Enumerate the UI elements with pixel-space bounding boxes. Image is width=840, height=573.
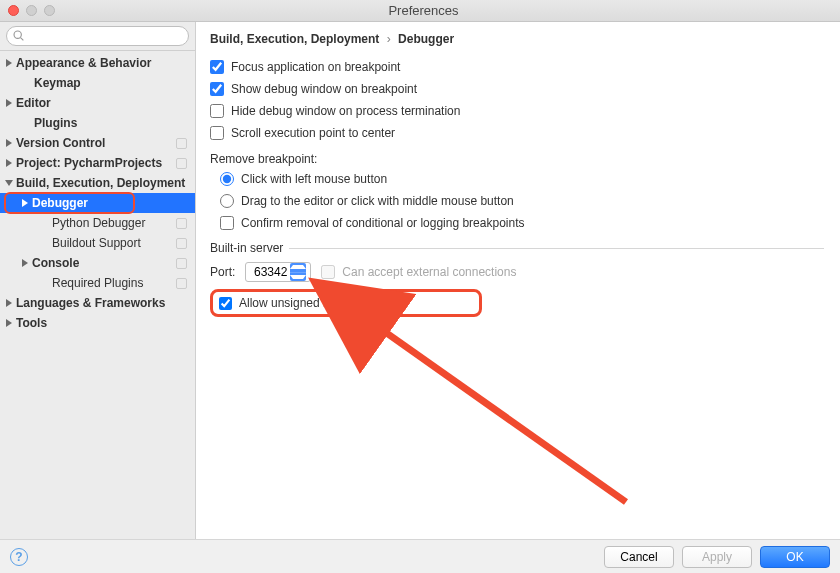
settings-tree: Appearance & BehaviorKeymapEditorPlugins… bbox=[0, 51, 195, 539]
sidebar-item-python-debugger[interactable]: Python Debugger bbox=[0, 213, 195, 233]
modified-icon bbox=[176, 158, 187, 169]
disclosure-triangle-icon[interactable] bbox=[6, 59, 12, 67]
accept-connections-label: Can accept external connections bbox=[342, 265, 516, 279]
sidebar-item-label: Required Plugins bbox=[52, 276, 172, 290]
accept-connections-row[interactable]: Can accept external connections bbox=[321, 261, 516, 283]
cancel-button[interactable]: Cancel bbox=[604, 546, 674, 568]
remove-drag-label: Drag to the editor or click with middle … bbox=[241, 194, 514, 208]
scroll-label: Scroll execution point to center bbox=[231, 126, 395, 140]
remove-drag-radio[interactable] bbox=[220, 194, 234, 208]
footer: ? Cancel Apply OK bbox=[0, 539, 840, 573]
modified-icon bbox=[176, 258, 187, 269]
allow-unsigned-label: Allow unsigned requests bbox=[239, 296, 369, 310]
chevron-right-icon: › bbox=[383, 32, 395, 46]
show-label: Show debug window on breakpoint bbox=[231, 82, 417, 96]
search-bar bbox=[0, 22, 195, 51]
sidebar-item-label: Project: PycharmProjects bbox=[16, 156, 172, 170]
content-pane: Build, Execution, Deployment › Debugger … bbox=[196, 22, 840, 539]
sidebar-item-label: Debugger bbox=[32, 196, 189, 210]
sidebar-item-label: Console bbox=[32, 256, 172, 270]
sidebar-item-label: Languages & Frameworks bbox=[16, 296, 189, 310]
sidebar-item-buildout-support[interactable]: Buildout Support bbox=[0, 233, 195, 253]
confirm-removal-row[interactable]: Confirm removal of conditional or loggin… bbox=[210, 212, 824, 234]
sidebar-item-keymap[interactable]: Keymap bbox=[0, 73, 195, 93]
sidebar-item-label: Appearance & Behavior bbox=[16, 56, 189, 70]
builtin-server-legend: Built-in server bbox=[210, 241, 289, 255]
show-checkbox[interactable] bbox=[210, 82, 224, 96]
focus-checkbox-row[interactable]: Focus application on breakpoint bbox=[210, 56, 824, 78]
svg-line-3 bbox=[371, 322, 626, 502]
sidebar-item-label: Keymap bbox=[34, 76, 189, 90]
sidebar-item-tools[interactable]: Tools bbox=[0, 313, 195, 333]
stepper-down-icon[interactable] bbox=[290, 273, 306, 282]
disclosure-triangle-icon[interactable] bbox=[6, 299, 12, 307]
search-input[interactable] bbox=[6, 26, 189, 46]
disclosure-triangle-icon[interactable] bbox=[22, 199, 28, 207]
sidebar-item-languages-frameworks[interactable]: Languages & Frameworks bbox=[0, 293, 195, 313]
remove-click-radio[interactable] bbox=[220, 172, 234, 186]
sidebar-item-project-pycharmprojects[interactable]: Project: PycharmProjects bbox=[0, 153, 195, 173]
sidebar-item-plugins[interactable]: Plugins bbox=[0, 113, 195, 133]
sidebar-item-version-control[interactable]: Version Control bbox=[0, 133, 195, 153]
sidebar-item-label: Build, Execution, Deployment bbox=[16, 176, 189, 190]
port-label: Port: bbox=[210, 265, 235, 279]
stepper-up-icon[interactable] bbox=[290, 263, 306, 273]
remove-drag-row[interactable]: Drag to the editor or click with middle … bbox=[210, 190, 824, 212]
modified-icon bbox=[176, 138, 187, 149]
sidebar-item-debugger[interactable]: Debugger bbox=[0, 193, 195, 213]
sidebar-item-console[interactable]: Console bbox=[0, 253, 195, 273]
breadcrumb-b: Debugger bbox=[398, 32, 454, 46]
titlebar: Preferences bbox=[0, 0, 840, 22]
port-stepper[interactable] bbox=[290, 263, 306, 281]
sidebar-item-label: Python Debugger bbox=[52, 216, 172, 230]
apply-button[interactable]: Apply bbox=[682, 546, 752, 568]
modified-icon bbox=[176, 218, 187, 229]
disclosure-triangle-icon[interactable] bbox=[5, 180, 13, 186]
remove-breakpoint-label: Remove breakpoint: bbox=[210, 152, 824, 166]
sidebar-item-build-execution-deployment[interactable]: Build, Execution, Deployment bbox=[0, 173, 195, 193]
sidebar-item-label: Tools bbox=[16, 316, 189, 330]
svg-line-1 bbox=[21, 38, 24, 41]
disclosure-triangle-icon[interactable] bbox=[6, 139, 12, 147]
confirm-removal-label: Confirm removal of conditional or loggin… bbox=[241, 216, 524, 230]
disclosure-triangle-icon[interactable] bbox=[6, 319, 12, 327]
sidebar-item-required-plugins[interactable]: Required Plugins bbox=[0, 273, 195, 293]
svg-point-0 bbox=[14, 31, 21, 38]
breadcrumb: Build, Execution, Deployment › Debugger bbox=[210, 32, 824, 46]
allow-unsigned-checkbox[interactable] bbox=[219, 297, 232, 310]
port-field bbox=[245, 262, 311, 282]
focus-checkbox[interactable] bbox=[210, 60, 224, 74]
close-icon[interactable] bbox=[8, 5, 19, 16]
port-input[interactable] bbox=[246, 265, 290, 279]
show-checkbox-row[interactable]: Show debug window on breakpoint bbox=[210, 78, 824, 100]
search-icon bbox=[12, 29, 25, 42]
window-controls bbox=[8, 5, 55, 16]
hide-checkbox[interactable] bbox=[210, 104, 224, 118]
allow-unsigned-row[interactable]: Allow unsigned requests bbox=[210, 289, 482, 317]
focus-label: Focus application on breakpoint bbox=[231, 60, 400, 74]
minimize-icon[interactable] bbox=[26, 5, 37, 16]
sidebar-item-appearance-behavior[interactable]: Appearance & Behavior bbox=[0, 53, 195, 73]
sidebar-item-label: Version Control bbox=[16, 136, 172, 150]
sidebar: Appearance & BehaviorKeymapEditorPlugins… bbox=[0, 22, 196, 539]
zoom-icon[interactable] bbox=[44, 5, 55, 16]
help-icon[interactable]: ? bbox=[10, 548, 28, 566]
scroll-checkbox[interactable] bbox=[210, 126, 224, 140]
remove-click-row[interactable]: Click with left mouse button bbox=[210, 168, 824, 190]
modified-icon bbox=[176, 238, 187, 249]
ok-button[interactable]: OK bbox=[760, 546, 830, 568]
sidebar-item-label: Plugins bbox=[34, 116, 189, 130]
hide-label: Hide debug window on process termination bbox=[231, 104, 460, 118]
confirm-removal-checkbox[interactable] bbox=[220, 216, 234, 230]
builtin-server-group: Built-in server Port: Can accept externa… bbox=[210, 248, 824, 317]
sidebar-item-editor[interactable]: Editor bbox=[0, 93, 195, 113]
window-title: Preferences bbox=[55, 3, 832, 18]
accept-connections-checkbox[interactable] bbox=[321, 265, 335, 279]
scroll-checkbox-row[interactable]: Scroll execution point to center bbox=[210, 122, 824, 144]
modified-icon bbox=[176, 278, 187, 289]
hide-checkbox-row[interactable]: Hide debug window on process termination bbox=[210, 100, 824, 122]
sidebar-item-label: Editor bbox=[16, 96, 189, 110]
disclosure-triangle-icon[interactable] bbox=[6, 99, 12, 107]
disclosure-triangle-icon[interactable] bbox=[22, 259, 28, 267]
disclosure-triangle-icon[interactable] bbox=[6, 159, 12, 167]
